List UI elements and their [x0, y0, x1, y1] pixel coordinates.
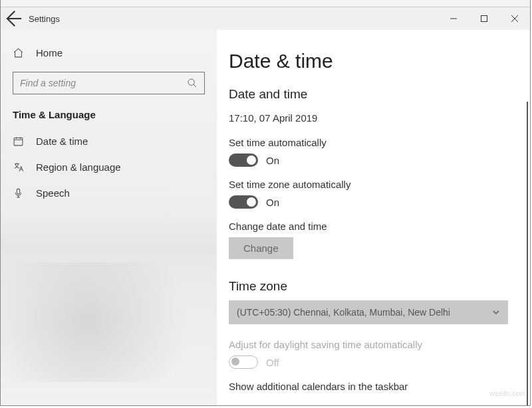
clock-icon: [13, 136, 24, 147]
dst-label: Adjust for daylight saving time automati…: [229, 339, 511, 350]
search-input[interactable]: [20, 78, 187, 88]
svg-rect-6: [14, 138, 23, 146]
back-button[interactable]: [1, 7, 23, 30]
change-datetime-label: Change date and time: [229, 221, 511, 232]
arrow-left-icon: [1, 7, 23, 30]
minimize-button[interactable]: [438, 7, 469, 30]
change-button[interactable]: Change: [229, 237, 293, 259]
sidebar-item-label: Speech: [36, 187, 70, 199]
svg-rect-10: [17, 189, 19, 194]
close-button[interactable]: [499, 7, 530, 30]
dst-state: Off: [266, 357, 279, 368]
body: Home Time & Language Date & time Region …: [1, 30, 530, 405]
microphone-icon: [13, 187, 24, 199]
maximize-button[interactable]: [469, 7, 499, 30]
sidebar-item-label: Region & language: [36, 161, 121, 173]
timezone-heading: Time zone: [229, 279, 511, 294]
window-title: Settings: [29, 14, 60, 24]
scrollbar[interactable]: [527, 102, 528, 405]
set-time-auto-state: On: [266, 155, 279, 166]
search-box[interactable]: [13, 72, 205, 94]
sidebar: Home Time & Language Date & time Region …: [1, 30, 217, 405]
language-icon: [13, 161, 24, 173]
chevron-down-icon: [492, 308, 500, 316]
sidebar-item-region-language[interactable]: Region & language: [1, 154, 217, 180]
svg-rect-1: [481, 16, 487, 22]
sidebar-section-title: Time & Language: [1, 94, 217, 128]
watermark: wsxdn.com: [489, 389, 526, 397]
sidebar-item-label: Date & time: [36, 136, 88, 147]
sidebar-item-speech[interactable]: Speech: [1, 180, 217, 206]
current-datetime: 17:10, 07 April 2019: [229, 112, 511, 124]
minimize-icon: [450, 15, 457, 22]
page-title: Date & time: [229, 50, 511, 72]
additional-calendars-label: Show additional calendars in the taskbar: [229, 381, 511, 392]
home-label: Home: [36, 47, 63, 58]
maximize-icon: [481, 15, 487, 22]
close-icon: [511, 15, 518, 22]
set-time-auto-label: Set time automatically: [229, 137, 511, 148]
dst-toggle: [229, 356, 258, 369]
home-icon: [13, 47, 24, 58]
set-tz-auto-label: Set time zone automatically: [229, 179, 511, 190]
content-pane: Date & time Date and time 17:10, 07 Apri…: [217, 30, 530, 405]
set-time-auto-toggle[interactable]: [229, 153, 258, 167]
timezone-dropdown[interactable]: (UTC+05:30) Chennai, Kolkata, Mumbai, Ne…: [229, 300, 508, 324]
titlebar: Settings: [1, 7, 530, 30]
svg-point-4: [188, 79, 194, 85]
svg-line-5: [194, 84, 196, 87]
sidebar-item-date-time[interactable]: Date & time: [1, 128, 217, 154]
window-topstrip: [1, 0, 530, 7]
settings-window: Settings Home Time & Language D: [0, 0, 531, 406]
timezone-value: (UTC+05:30) Chennai, Kolkata, Mumbai, Ne…: [237, 307, 450, 318]
set-tz-auto-state: On: [266, 197, 279, 208]
section-heading: Date and time: [229, 87, 511, 102]
home-link[interactable]: Home: [1, 43, 217, 62]
set-tz-auto-toggle[interactable]: [229, 195, 258, 209]
search-icon: [187, 78, 198, 88]
